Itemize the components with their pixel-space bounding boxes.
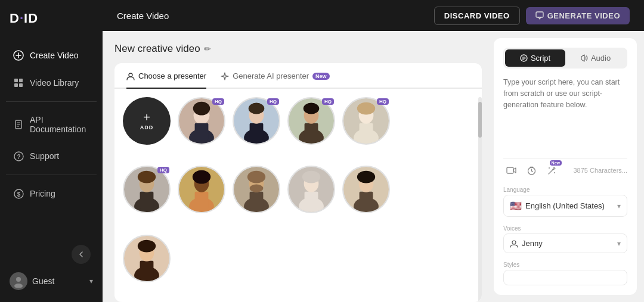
presenter-face-svg	[289, 166, 334, 213]
svg-rect-68	[140, 260, 154, 278]
sidebar-item-create-video[interactable]: Create Video	[4, 42, 99, 69]
presenter-card-3[interactable]: HQ	[287, 97, 335, 145]
user-menu[interactable]: Guest ▾	[7, 270, 95, 292]
logo: D·ID	[0, 0, 103, 37]
char-count: 3875 Characters...	[574, 167, 628, 174]
tab-generate-ai[interactable]: Generate AI presenter New	[221, 71, 329, 89]
sidebar-nav: Create Video Video Library	[0, 37, 103, 235]
collapse-sidebar-button[interactable]	[72, 245, 91, 264]
tab-audio[interactable]: Audio	[565, 49, 626, 67]
presenter-card-8[interactable]	[287, 166, 335, 213]
svg-point-54	[247, 171, 265, 183]
main-area: Create Video DISCARD VIDEO GENERATE VIDE…	[103, 0, 644, 302]
chevron-down-icon: ▾	[617, 239, 621, 248]
hq-badge: HQ	[377, 98, 389, 105]
voices-select[interactable]: Jenny ▾	[503, 233, 627, 253]
presenter-card-4[interactable]: HQ	[342, 97, 390, 145]
sidebar-item-label: API Documentation	[30, 115, 89, 134]
user-name: Guest	[32, 276, 54, 286]
svg-point-44	[138, 171, 156, 183]
svg-point-24	[193, 102, 210, 116]
svg-rect-52	[250, 192, 264, 209]
voices-field: Voices Jenny ▾	[503, 225, 627, 253]
sidebar-item-api-documentation[interactable]: API Documentation	[4, 107, 99, 142]
presenter-card-9[interactable]	[342, 166, 390, 213]
new-badge: New	[312, 73, 330, 80]
panel-tabs: Script Audio	[503, 48, 627, 69]
svg-point-16	[14, 284, 23, 288]
presenter-card-1[interactable]: HQ	[178, 97, 225, 145]
hq-badge: HQ	[267, 98, 279, 105]
dollar-circle-icon: $	[13, 188, 24, 199]
svg-point-34	[304, 103, 320, 114]
sidebar-bottom: Guest ▾	[0, 235, 103, 302]
hq-badge: HQ	[322, 98, 334, 105]
audio-icon	[580, 54, 588, 62]
sidebar-item-label: Create Video	[30, 51, 78, 60]
language-label: Language	[503, 186, 627, 193]
svg-point-55	[250, 185, 264, 192]
sidebar-item-label: Video Library	[30, 78, 79, 88]
presenter-avatar	[178, 166, 225, 213]
edit-title-icon[interactable]: ✏	[204, 44, 211, 54]
plus-circle-icon	[13, 50, 24, 61]
add-presenter-card[interactable]: + ADD	[123, 97, 171, 145]
flag-icon: 🇺🇸	[510, 200, 522, 211]
presenter-card-2[interactable]: HQ	[233, 97, 280, 145]
script-tab-label: Script	[531, 54, 550, 63]
svg-point-15	[16, 277, 21, 282]
plus-icon: +	[143, 111, 150, 123]
presenter-avatar	[233, 166, 280, 213]
content-wrapper: New creative video ✏ Choose a presenter	[103, 31, 644, 302]
sidebar-item-support[interactable]: ? Support	[4, 143, 99, 169]
presenter-face-svg	[343, 166, 389, 213]
file-icon	[13, 119, 24, 130]
tab-choose-presenter[interactable]: Choose a presenter	[126, 71, 206, 89]
language-select[interactable]: 🇺🇸 English (United States) ▾	[503, 195, 627, 217]
hq-badge: HQ	[212, 98, 224, 105]
svg-text:?: ?	[17, 153, 20, 160]
topbar: Create Video DISCARD VIDEO GENERATE VIDE…	[103, 0, 644, 31]
presenter-grid: + ADD	[123, 97, 482, 302]
sidebar-item-label: Pricing	[30, 189, 55, 198]
nav-divider-2	[6, 175, 97, 175]
svg-rect-4	[19, 79, 23, 82]
script-icon	[520, 54, 528, 62]
video-title-row: New creative video ✏	[114, 43, 482, 55]
svg-rect-42	[140, 192, 154, 209]
new-badge: New	[550, 160, 562, 166]
presenter-face-svg	[234, 166, 279, 213]
tab-script[interactable]: Script	[505, 49, 565, 67]
presenter-card-6[interactable]	[178, 166, 225, 213]
person-icon	[126, 72, 135, 80]
svg-text:$: $	[17, 191, 20, 197]
topbar-actions: DISCARD VIDEO GENERATE VIDEO	[434, 7, 630, 25]
sidebar-item-pricing[interactable]: $ Pricing	[4, 180, 99, 207]
script-textarea[interactable]	[503, 77, 627, 150]
magic-tool-icon[interactable]: New	[544, 163, 559, 178]
avatar	[10, 272, 27, 290]
editor-area: New creative video ✏ Choose a presenter	[103, 31, 494, 302]
discard-video-button[interactable]: DISCARD VIDEO	[434, 7, 520, 25]
svg-rect-6	[19, 83, 23, 87]
generate-icon	[535, 11, 544, 20]
timer-tool-icon[interactable]	[524, 163, 539, 178]
video-title: New creative video	[114, 43, 200, 55]
presenter-card-10[interactable]	[123, 235, 171, 282]
sidebar-item-label: Support	[30, 151, 59, 161]
right-panel: Script Audio	[494, 38, 637, 295]
presenter-card-5[interactable]: HQ	[123, 166, 171, 213]
language-value: English (United States)	[525, 201, 605, 210]
presenter-avatar	[123, 235, 171, 282]
svg-rect-17	[536, 12, 543, 17]
generate-label: GENERATE VIDEO	[547, 11, 620, 20]
scrollbar-thumb[interactable]	[478, 102, 482, 138]
scrollbar-track	[478, 97, 482, 302]
svg-point-65	[357, 171, 375, 183]
svg-rect-58	[305, 192, 318, 209]
sidebar-item-video-library[interactable]: Video Library	[4, 70, 99, 96]
presenter-card-7[interactable]	[233, 166, 280, 213]
video-camera-tool-icon[interactable]	[503, 163, 519, 178]
tab-choose-label: Choose a presenter	[138, 71, 206, 80]
generate-video-button[interactable]: GENERATE VIDEO	[526, 7, 630, 24]
